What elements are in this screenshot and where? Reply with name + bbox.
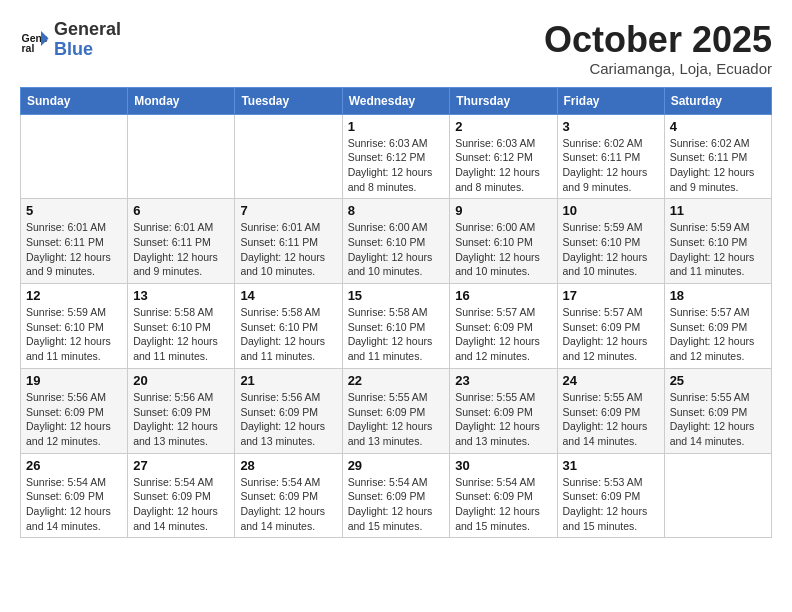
day-info: Sunrise: 6:03 AM Sunset: 6:12 PM Dayligh… — [348, 136, 445, 195]
calendar-cell: 2Sunrise: 6:03 AM Sunset: 6:12 PM Daylig… — [450, 114, 557, 199]
calendar-cell: 13Sunrise: 5:58 AM Sunset: 6:10 PM Dayli… — [128, 284, 235, 369]
day-info: Sunrise: 5:58 AM Sunset: 6:10 PM Dayligh… — [240, 305, 336, 364]
calendar-cell: 31Sunrise: 5:53 AM Sunset: 6:09 PM Dayli… — [557, 453, 664, 538]
day-info: Sunrise: 6:01 AM Sunset: 6:11 PM Dayligh… — [133, 220, 229, 279]
day-number: 8 — [348, 203, 445, 218]
calendar-cell: 17Sunrise: 5:57 AM Sunset: 6:09 PM Dayli… — [557, 284, 664, 369]
day-number: 15 — [348, 288, 445, 303]
calendar-header-row: SundayMondayTuesdayWednesdayThursdayFrid… — [21, 87, 772, 114]
calendar-cell: 30Sunrise: 5:54 AM Sunset: 6:09 PM Dayli… — [450, 453, 557, 538]
day-number: 5 — [26, 203, 122, 218]
day-number: 19 — [26, 373, 122, 388]
day-info: Sunrise: 5:58 AM Sunset: 6:10 PM Dayligh… — [133, 305, 229, 364]
day-info: Sunrise: 5:54 AM Sunset: 6:09 PM Dayligh… — [455, 475, 551, 534]
day-number: 17 — [563, 288, 659, 303]
day-info: Sunrise: 6:01 AM Sunset: 6:11 PM Dayligh… — [240, 220, 336, 279]
day-info: Sunrise: 5:59 AM Sunset: 6:10 PM Dayligh… — [670, 220, 766, 279]
logo-line1: General — [54, 20, 121, 40]
day-info: Sunrise: 6:03 AM Sunset: 6:12 PM Dayligh… — [455, 136, 551, 195]
day-number: 28 — [240, 458, 336, 473]
day-info: Sunrise: 5:55 AM Sunset: 6:09 PM Dayligh… — [563, 390, 659, 449]
calendar-cell: 23Sunrise: 5:55 AM Sunset: 6:09 PM Dayli… — [450, 368, 557, 453]
calendar-table: SundayMondayTuesdayWednesdayThursdayFrid… — [20, 87, 772, 539]
day-number: 21 — [240, 373, 336, 388]
day-info: Sunrise: 5:54 AM Sunset: 6:09 PM Dayligh… — [240, 475, 336, 534]
day-info: Sunrise: 5:56 AM Sunset: 6:09 PM Dayligh… — [133, 390, 229, 449]
calendar-cell: 4Sunrise: 6:02 AM Sunset: 6:11 PM Daylig… — [664, 114, 771, 199]
calendar-cell: 22Sunrise: 5:55 AM Sunset: 6:09 PM Dayli… — [342, 368, 450, 453]
logo-text: General Blue — [54, 20, 121, 60]
day-info: Sunrise: 6:01 AM Sunset: 6:11 PM Dayligh… — [26, 220, 122, 279]
day-info: Sunrise: 5:53 AM Sunset: 6:09 PM Dayligh… — [563, 475, 659, 534]
calendar-cell: 14Sunrise: 5:58 AM Sunset: 6:10 PM Dayli… — [235, 284, 342, 369]
day-info: Sunrise: 5:54 AM Sunset: 6:09 PM Dayligh… — [348, 475, 445, 534]
logo: Gene ral General Blue — [20, 20, 121, 60]
calendar-cell: 11Sunrise: 5:59 AM Sunset: 6:10 PM Dayli… — [664, 199, 771, 284]
day-info: Sunrise: 5:58 AM Sunset: 6:10 PM Dayligh… — [348, 305, 445, 364]
day-info: Sunrise: 5:59 AM Sunset: 6:10 PM Dayligh… — [563, 220, 659, 279]
day-number: 16 — [455, 288, 551, 303]
calendar-week-row: 26Sunrise: 5:54 AM Sunset: 6:09 PM Dayli… — [21, 453, 772, 538]
day-info: Sunrise: 5:55 AM Sunset: 6:09 PM Dayligh… — [348, 390, 445, 449]
day-number: 30 — [455, 458, 551, 473]
calendar-week-row: 19Sunrise: 5:56 AM Sunset: 6:09 PM Dayli… — [21, 368, 772, 453]
calendar-week-row: 12Sunrise: 5:59 AM Sunset: 6:10 PM Dayli… — [21, 284, 772, 369]
weekday-header: Saturday — [664, 87, 771, 114]
calendar-cell: 19Sunrise: 5:56 AM Sunset: 6:09 PM Dayli… — [21, 368, 128, 453]
calendar-cell: 7Sunrise: 6:01 AM Sunset: 6:11 PM Daylig… — [235, 199, 342, 284]
day-number: 24 — [563, 373, 659, 388]
weekday-header: Thursday — [450, 87, 557, 114]
day-info: Sunrise: 5:57 AM Sunset: 6:09 PM Dayligh… — [670, 305, 766, 364]
calendar-cell: 25Sunrise: 5:55 AM Sunset: 6:09 PM Dayli… — [664, 368, 771, 453]
logo-icon: Gene ral — [20, 25, 50, 55]
day-info: Sunrise: 5:55 AM Sunset: 6:09 PM Dayligh… — [670, 390, 766, 449]
calendar-cell: 6Sunrise: 6:01 AM Sunset: 6:11 PM Daylig… — [128, 199, 235, 284]
day-info: Sunrise: 6:00 AM Sunset: 6:10 PM Dayligh… — [455, 220, 551, 279]
weekday-header: Monday — [128, 87, 235, 114]
calendar-cell: 8Sunrise: 6:00 AM Sunset: 6:10 PM Daylig… — [342, 199, 450, 284]
day-number: 2 — [455, 119, 551, 134]
day-info: Sunrise: 5:56 AM Sunset: 6:09 PM Dayligh… — [26, 390, 122, 449]
title-section: October 2025 Cariamanga, Loja, Ecuador — [544, 20, 772, 77]
day-number: 20 — [133, 373, 229, 388]
day-number: 9 — [455, 203, 551, 218]
day-number: 10 — [563, 203, 659, 218]
day-info: Sunrise: 5:54 AM Sunset: 6:09 PM Dayligh… — [133, 475, 229, 534]
calendar-cell: 29Sunrise: 5:54 AM Sunset: 6:09 PM Dayli… — [342, 453, 450, 538]
day-number: 31 — [563, 458, 659, 473]
calendar-cell: 9Sunrise: 6:00 AM Sunset: 6:10 PM Daylig… — [450, 199, 557, 284]
day-info: Sunrise: 6:00 AM Sunset: 6:10 PM Dayligh… — [348, 220, 445, 279]
day-number: 25 — [670, 373, 766, 388]
calendar-cell: 12Sunrise: 5:59 AM Sunset: 6:10 PM Dayli… — [21, 284, 128, 369]
day-number: 26 — [26, 458, 122, 473]
calendar-cell: 21Sunrise: 5:56 AM Sunset: 6:09 PM Dayli… — [235, 368, 342, 453]
day-info: Sunrise: 6:02 AM Sunset: 6:11 PM Dayligh… — [563, 136, 659, 195]
day-number: 11 — [670, 203, 766, 218]
calendar-cell: 15Sunrise: 5:58 AM Sunset: 6:10 PM Dayli… — [342, 284, 450, 369]
day-number: 29 — [348, 458, 445, 473]
calendar-cell: 27Sunrise: 5:54 AM Sunset: 6:09 PM Dayli… — [128, 453, 235, 538]
day-info: Sunrise: 5:54 AM Sunset: 6:09 PM Dayligh… — [26, 475, 122, 534]
logo-line2: Blue — [54, 40, 121, 60]
svg-text:ral: ral — [22, 42, 35, 54]
day-number: 14 — [240, 288, 336, 303]
calendar-cell: 20Sunrise: 5:56 AM Sunset: 6:09 PM Dayli… — [128, 368, 235, 453]
calendar-cell: 16Sunrise: 5:57 AM Sunset: 6:09 PM Dayli… — [450, 284, 557, 369]
day-number: 27 — [133, 458, 229, 473]
page-header: Gene ral General Blue October 2025 Caria… — [20, 20, 772, 77]
day-info: Sunrise: 5:57 AM Sunset: 6:09 PM Dayligh… — [455, 305, 551, 364]
day-number: 6 — [133, 203, 229, 218]
day-number: 3 — [563, 119, 659, 134]
weekday-header: Wednesday — [342, 87, 450, 114]
calendar-cell — [128, 114, 235, 199]
month-title: October 2025 — [544, 20, 772, 60]
day-number: 18 — [670, 288, 766, 303]
day-number: 22 — [348, 373, 445, 388]
day-info: Sunrise: 5:59 AM Sunset: 6:10 PM Dayligh… — [26, 305, 122, 364]
day-info: Sunrise: 5:56 AM Sunset: 6:09 PM Dayligh… — [240, 390, 336, 449]
calendar-cell: 24Sunrise: 5:55 AM Sunset: 6:09 PM Dayli… — [557, 368, 664, 453]
day-info: Sunrise: 6:02 AM Sunset: 6:11 PM Dayligh… — [670, 136, 766, 195]
day-number: 4 — [670, 119, 766, 134]
calendar-cell: 5Sunrise: 6:01 AM Sunset: 6:11 PM Daylig… — [21, 199, 128, 284]
weekday-header: Friday — [557, 87, 664, 114]
